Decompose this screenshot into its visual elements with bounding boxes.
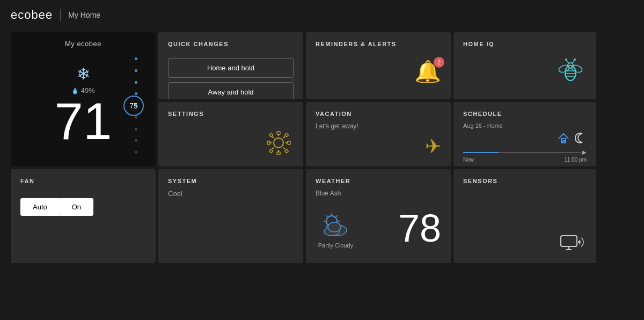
dot [135, 69, 137, 72]
system-sub: Cool [168, 190, 294, 198]
away-hold-button[interactable]: Away and hold [168, 82, 294, 99]
reminders-tile[interactable]: REMINDERS & ALERTS 🔔 2 [306, 32, 451, 99]
weather-description: Partly Cloudy [318, 242, 353, 249]
header-divider [60, 9, 61, 21]
settings-tile[interactable]: SETTINGS [158, 102, 303, 166]
svg-line-16 [272, 136, 274, 138]
schedule-bar: ▶ [463, 149, 587, 155]
svg-line-38 [326, 226, 327, 227]
fan-auto-button[interactable]: Auto [20, 198, 60, 216]
ecobee-title: My ecobee [65, 40, 101, 48]
ecobee-content: 75 ❄ 💧 49% 71 [11, 52, 156, 159]
svg-rect-26 [269, 149, 273, 153]
reminders-header: REMINDERS & ALERTS [316, 41, 441, 47]
homeiq-icon-area [463, 53, 587, 91]
svg-rect-23 [288, 141, 290, 144]
moon-icon [575, 132, 587, 144]
weather-location: Blue Ash [316, 190, 441, 197]
page-title: My Home [68, 11, 100, 19]
snowflake-icon: ❄ [77, 64, 90, 83]
svg-point-10 [574, 59, 576, 61]
quick-changes-tile[interactable]: QUICK CHANGES Home and hold Away and hol… [158, 32, 303, 99]
svg-rect-22 [267, 141, 270, 144]
fan-tile[interactable]: FAN Auto On [11, 169, 156, 263]
bell-icon-wrap: 🔔 2 [414, 59, 441, 84]
quick-changes-header: QUICK CHANGES [168, 41, 294, 47]
bell-area: 🔔 2 [316, 53, 441, 91]
dot [135, 92, 137, 95]
plane-icon: ✈ [316, 130, 441, 158]
homeiq-tile[interactable]: HOME IQ [453, 32, 596, 99]
sensors-tile[interactable]: SENSORS [453, 169, 596, 263]
bee-icon [554, 57, 587, 86]
svg-line-9 [572, 60, 575, 63]
dot [135, 57, 137, 60]
sensor-icon [554, 225, 587, 254]
svg-rect-21 [277, 152, 280, 155]
weather-icon-wrap: Partly Cloudy [316, 208, 356, 249]
svg-point-11 [274, 138, 283, 148]
schedule-arrow: ▶ [582, 149, 587, 155]
svg-line-35 [326, 215, 327, 217]
svg-line-19 [272, 148, 274, 149]
gear-icon [264, 128, 294, 158]
settings-header: SETTINGS [168, 111, 294, 117]
dot [135, 151, 137, 154]
schedule-icons [463, 132, 587, 144]
schedule-header: SCHEDULE [463, 111, 587, 117]
fan-on-button[interactable]: On [60, 198, 93, 216]
setpoint-circle: 75 [123, 96, 144, 116]
vacation-sub: Let's get away! [316, 122, 441, 130]
schedule-label-end: 11:00 pm [564, 157, 587, 163]
svg-line-37 [336, 215, 338, 217]
svg-rect-25 [284, 133, 288, 137]
vacation-header: VACATION [316, 111, 441, 117]
vacation-tile[interactable]: VACATION Let's get away! ✈ [306, 102, 451, 166]
header: ecobee My Home [0, 0, 644, 30]
schedule-labels: Now 11:00 pm [463, 157, 587, 163]
gear-icon-wrap [168, 122, 294, 158]
weather-header: WEATHER [316, 178, 441, 184]
home-hold-button[interactable]: Home and hold [168, 58, 294, 78]
sensors-header: SENSORS [463, 178, 587, 184]
schedule-line [463, 152, 581, 153]
bell-badge: 2 [434, 57, 444, 68]
schedule-label-now: Now [463, 157, 474, 163]
weather-temp: 78 [398, 206, 441, 250]
svg-line-7 [566, 60, 569, 63]
svg-rect-20 [277, 132, 280, 134]
svg-point-41 [328, 222, 341, 232]
weather-icon [316, 208, 356, 240]
dot [135, 116, 137, 119]
main-grid: My ecobee 75 ❄ 💧 49% [0, 30, 644, 266]
fan-toggle: Auto On [20, 198, 146, 216]
system-header: SYSTEM [168, 178, 294, 184]
fan-header: FAN [20, 178, 146, 184]
dot [135, 128, 137, 130]
schedule-tile[interactable]: SCHEDULE Aug 16 - Home ▶ Now 11:00 pm [453, 102, 596, 166]
weather-content: Partly Cloudy 78 [316, 201, 441, 254]
svg-line-18 [283, 136, 285, 138]
sensor-icon-area [463, 190, 587, 254]
schedule-sub: Aug 16 - Home [463, 122, 587, 129]
ecobee-tile[interactable]: My ecobee 75 ❄ 💧 49% [11, 32, 156, 166]
svg-line-17 [283, 148, 285, 149]
homeiq-header: HOME IQ [463, 41, 587, 47]
schedule-progress [463, 152, 499, 153]
setpoint-value: 75 [129, 101, 138, 110]
svg-rect-42 [561, 236, 577, 246]
house-icon [558, 132, 569, 144]
weather-tile[interactable]: WEATHER Blue Ash [306, 169, 451, 263]
svg-rect-29 [562, 140, 565, 143]
logo: ecobee [11, 8, 53, 22]
dot [135, 139, 137, 142]
system-tile[interactable]: SYSTEM Cool [158, 169, 303, 263]
dot [135, 81, 137, 84]
svg-point-8 [565, 59, 567, 61]
svg-point-45 [578, 241, 580, 243]
svg-rect-27 [284, 149, 288, 153]
temperature-display: 71 [55, 96, 112, 147]
